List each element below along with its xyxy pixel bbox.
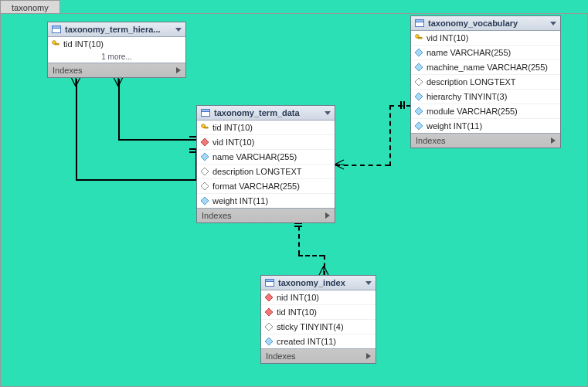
table-icon [265, 278, 274, 287]
column-nullable-icon [201, 168, 209, 175]
svg-rect-1 [53, 26, 61, 29]
chevron-down-icon [365, 281, 372, 285]
more-indicator[interactable]: 1 more... [48, 51, 185, 63]
column-row[interactable]: vid INT(10) [197, 134, 335, 149]
column-icon [415, 107, 423, 115]
column-row[interactable]: description LONGTEXT [197, 164, 335, 178]
indexes-section[interactable]: Indexes [48, 63, 185, 77]
column-row[interactable]: machine_name VARCHAR(255) [411, 59, 560, 74]
column-list: tid INT(10) 1 more... [48, 37, 185, 63]
indexes-label: Indexes [416, 136, 551, 145]
rel-line [118, 79, 120, 141]
column-row[interactable]: sticky TINYINT(4) [261, 319, 376, 334]
chevron-right-icon [325, 212, 330, 219]
chevron-right-icon [551, 137, 556, 144]
column-icon [265, 338, 273, 345]
column-label: weight INT(11) [212, 196, 268, 205]
rel-line [389, 105, 391, 166]
table-taxonomy-vocabulary[interactable]: taxonomy_vocabulary vid INT(10) name VAR… [410, 15, 561, 148]
table-header[interactable]: taxonomy_term_data [197, 106, 335, 121]
column-row[interactable]: module VARCHAR(255) [411, 104, 560, 118]
indexes-label: Indexes [266, 351, 366, 361]
svg-rect-13 [266, 280, 274, 282]
index-icon [265, 294, 273, 301]
column-list: vid INT(10) name VARCHAR(255) machine_na… [411, 31, 560, 133]
column-row[interactable]: format VARCHAR(255) [197, 178, 335, 193]
indexes-label: Indexes [53, 66, 176, 75]
rel-line [76, 79, 77, 181]
column-label: vid INT(10) [427, 33, 468, 42]
column-row[interactable]: hierarchy TINYINT(3) [411, 89, 560, 104]
table-taxonomy-term-data[interactable]: taxonomy_term_data tid INT(10) vid INT(1… [196, 105, 335, 223]
svg-rect-5 [202, 110, 210, 112]
column-row[interactable]: tid INT(10) [197, 121, 335, 134]
more-label: 1 more... [101, 53, 131, 61]
column-label: tid INT(10) [63, 39, 104, 49]
column-label: module VARCHAR(255) [427, 107, 518, 116]
index-icon [265, 308, 273, 316]
column-label: name VARCHAR(255) [212, 152, 297, 161]
chevron-right-icon [176, 67, 181, 73]
column-row[interactable]: vid INT(10) [411, 31, 560, 45]
table-header[interactable]: taxonomy_vocabulary [411, 16, 560, 31]
svg-rect-9 [416, 20, 424, 22]
column-label: vid INT(10) [212, 137, 254, 147]
column-row[interactable]: weight INT(11) [411, 118, 560, 133]
column-label: description LONGTEXT [212, 167, 302, 176]
column-label: tid INT(10) [277, 307, 317, 317]
table-title: taxonomy_term_hiera... [65, 25, 172, 34]
rel-line [118, 139, 197, 141]
column-label: created INT(11) [277, 337, 336, 346]
column-nullable-icon [415, 78, 423, 86]
primary-key-icon [52, 40, 59, 48]
column-list: tid INT(10) vid INT(10) name VARCHAR(255… [197, 121, 335, 208]
column-icon [415, 93, 423, 100]
diagram-canvas[interactable]: taxonomy_term_hiera... tid INT(10) 1 mor… [0, 13, 588, 387]
crowfoot-icon [335, 159, 345, 170]
svg-rect-3 [56, 44, 59, 45]
column-nullable-icon [265, 323, 273, 331]
column-icon [415, 49, 423, 56]
svg-rect-11 [419, 38, 423, 39]
column-row[interactable]: weight INT(11) [197, 193, 335, 208]
chevron-down-icon [550, 22, 556, 25]
column-label: hierarchy TINYINT(3) [427, 92, 507, 101]
column-label: machine_name VARCHAR(255) [427, 63, 548, 72]
table-icon [201, 108, 210, 117]
rel-line [76, 179, 197, 181]
rel-tick [294, 226, 302, 227]
index-icon [201, 138, 209, 146]
table-taxonomy-index[interactable]: taxonomy_index nid INT(10) tid INT(10) [260, 275, 376, 364]
column-label: weight INT(11) [427, 121, 482, 131]
column-icon [201, 153, 209, 161]
column-label: sticky TINYINT(4) [277, 322, 344, 331]
column-icon [415, 122, 423, 130]
svg-rect-7 [205, 127, 209, 128]
column-label: tid INT(10) [212, 123, 253, 132]
table-title: taxonomy_vocabulary [428, 19, 547, 28]
chevron-down-icon [325, 111, 331, 115]
rel-line [298, 255, 324, 256]
column-row[interactable]: name VARCHAR(255) [197, 149, 335, 164]
rel-tick [403, 101, 405, 109]
column-row[interactable]: nid INT(10) [261, 290, 376, 304]
column-list: nid INT(10) tid INT(10) sticky TINYINT(4… [261, 290, 376, 348]
table-header[interactable]: taxonomy_term_hiera... [48, 22, 185, 37]
column-row[interactable]: tid INT(10) [48, 37, 185, 51]
column-row[interactable]: description LONGTEXT [411, 74, 560, 89]
indexes-section[interactable]: Indexes [197, 208, 335, 222]
column-row[interactable]: tid INT(10) [261, 304, 376, 319]
table-header[interactable]: taxonomy_index [261, 276, 376, 290]
table-taxonomy-term-hierarchy[interactable]: taxonomy_term_hiera... tid INT(10) 1 mor… [47, 22, 186, 78]
column-row[interactable]: name VARCHAR(255) [411, 45, 560, 59]
schema-tab-label: taxonomy [12, 3, 49, 12]
primary-key-icon [201, 124, 209, 131]
indexes-section[interactable]: Indexes [261, 348, 376, 363]
chevron-down-icon [175, 28, 182, 32]
column-row[interactable]: created INT(11) [261, 334, 376, 348]
table-icon [415, 19, 424, 28]
primary-key-icon [415, 34, 423, 42]
indexes-section[interactable]: Indexes [411, 133, 560, 148]
indexes-label: Indexes [202, 211, 325, 220]
table-title: taxonomy_index [278, 278, 362, 287]
